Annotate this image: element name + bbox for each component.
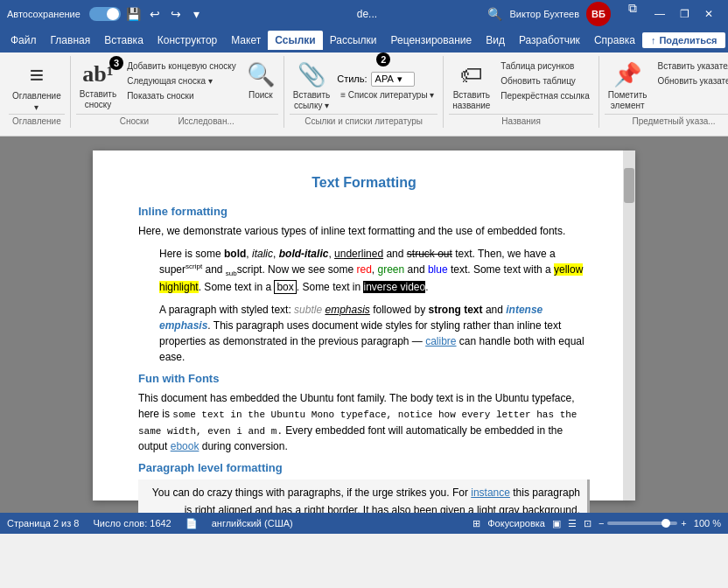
share-icon: ↑ bbox=[651, 35, 656, 46]
page-info: Страница 2 из 8 bbox=[7, 518, 79, 528]
document-scrollbar[interactable] bbox=[623, 150, 635, 500]
document-title: de... bbox=[247, 8, 486, 20]
menu-review[interactable]: Рецензирование bbox=[384, 31, 480, 50]
style-dropdown-icon: ▾ bbox=[397, 74, 402, 85]
text-red: red bbox=[356, 263, 371, 276]
ribbon-groups: ≡ Оглавление ▾ Оглавление ab¹ Вставитьсн… bbox=[4, 56, 724, 128]
search-button[interactable]: 🔍 Поиск bbox=[243, 60, 278, 102]
text-emphasis: emphasis bbox=[325, 304, 369, 316]
menu-bar: Файл Главная Вставка Конструктор Макет С… bbox=[0, 28, 728, 52]
para-styled: A paragraph with styled text: subtle emp… bbox=[159, 302, 590, 365]
save-icon[interactable]: 💾 bbox=[126, 6, 142, 22]
zoom-slider[interactable] bbox=[607, 522, 677, 525]
style-label: Стиль: bbox=[337, 74, 367, 84]
document-page[interactable]: Text Formatting Inline formatting Here, … bbox=[93, 150, 635, 500]
text-strikethrough: struck out bbox=[407, 248, 452, 260]
menu-mailings[interactable]: Рассылки bbox=[323, 31, 384, 50]
menu-help[interactable]: Справка bbox=[587, 31, 642, 50]
menu-home[interactable]: Главная bbox=[44, 31, 98, 50]
view-icon-2[interactable]: ☰ bbox=[568, 518, 577, 529]
text-ebook: ebook bbox=[171, 440, 200, 452]
text-subscript: sub bbox=[226, 270, 237, 277]
style-select[interactable]: APA ▾ bbox=[371, 72, 415, 87]
minimize-button[interactable]: — bbox=[648, 0, 672, 28]
insert-caption-button[interactable]: 🏷 Вставитьназвание bbox=[449, 60, 494, 113]
zoom-minus[interactable]: − bbox=[598, 518, 604, 528]
insert-citation-wrapper: 📎 Вставитьссылку ▾ bbox=[290, 60, 333, 113]
zoom-percent: 100 % bbox=[694, 518, 721, 528]
text-instance: instance bbox=[471, 486, 510, 499]
text-superscript: script bbox=[186, 262, 202, 270]
ribbon-group-captions: 🏷 Вставитьназвание Таблица рисунков Обно… bbox=[444, 56, 598, 128]
document-main-title: Text Formatting bbox=[138, 175, 590, 191]
menu-design[interactable]: Конструктор bbox=[150, 31, 224, 50]
text-blue: blue bbox=[428, 263, 448, 276]
window-controls: ⧉ — ❐ ✕ bbox=[625, 0, 721, 28]
caption-icon: 🏷 bbox=[460, 61, 483, 88]
text-italic: italic bbox=[252, 248, 273, 260]
ribbon-group-index: 📌 Пометитьэлемент Вставить указатель Обн… bbox=[599, 56, 728, 128]
insert-citation-button[interactable]: 📎 Вставитьссылку ▾ bbox=[290, 60, 333, 113]
text-bold: bold bbox=[224, 248, 246, 260]
close-button[interactable]: ✕ bbox=[696, 0, 721, 28]
show-notes-button[interactable]: Показать сноски bbox=[123, 89, 240, 102]
language-icon: 📄 bbox=[186, 518, 198, 529]
focus-mode-icon[interactable]: ⊞ bbox=[472, 518, 480, 529]
footnote-icon: ab¹ bbox=[82, 61, 113, 88]
ribbon-group-footnotes: ab¹ Вставитьсноску 3 Добавить концевую с… bbox=[71, 56, 284, 128]
search-big-icon: 🔍 bbox=[247, 61, 275, 88]
menu-view[interactable]: Вид bbox=[479, 31, 512, 50]
cross-reference-button[interactable]: Перекрёстная ссылка bbox=[497, 89, 592, 102]
section-paragraph: Paragraph level formatting bbox=[138, 461, 590, 474]
menu-file[interactable]: Файл bbox=[4, 31, 44, 50]
customize-icon[interactable]: ▾ bbox=[189, 6, 205, 22]
ribbon: ≡ Оглавление ▾ Оглавление ab¹ Вставитьсн… bbox=[0, 52, 728, 136]
scroll-thumb[interactable] bbox=[624, 168, 634, 203]
zoom-plus[interactable]: + bbox=[681, 518, 686, 528]
redo-icon[interactable]: ↪ bbox=[168, 6, 184, 22]
menu-references[interactable]: Ссылки bbox=[268, 31, 322, 50]
menu-insert[interactable]: Вставка bbox=[97, 31, 150, 50]
toggle-knob bbox=[107, 8, 119, 20]
group-label-citations: Ссылки и списки литературы bbox=[290, 114, 438, 126]
zoom-control[interactable]: − + bbox=[598, 518, 687, 528]
caption-side-buttons: Таблица рисунков Обновить таблицу Перекр… bbox=[497, 60, 592, 102]
para-fonts: This document has embedded the Ubuntu fo… bbox=[138, 390, 590, 454]
text-underlined: underlined bbox=[334, 248, 383, 260]
style-row: Стиль: APA ▾ bbox=[337, 72, 438, 87]
title-bar-left: Автосохранение 💾 ↩ ↪ ▾ bbox=[7, 6, 247, 22]
search-icon[interactable]: 🔍 bbox=[487, 6, 503, 22]
endnote-button[interactable]: Добавить концевую сноску bbox=[123, 60, 240, 73]
autosave-label: Автосохранение bbox=[7, 9, 80, 19]
status-bar: Страница 2 из 8 Число слов: 1642 📄 англи… bbox=[0, 513, 728, 534]
table-of-figures-button[interactable]: Таблица рисунков bbox=[497, 60, 592, 73]
insert-index-button[interactable]: Вставить указатель bbox=[654, 60, 728, 73]
layout-icon[interactable]: ⧉ bbox=[625, 0, 640, 16]
restore-button[interactable]: ❐ bbox=[672, 0, 696, 28]
view-icon-1[interactable]: ▣ bbox=[552, 518, 561, 529]
focus-label: Фокусировка bbox=[487, 518, 545, 528]
word-count: Число слов: 1642 bbox=[93, 518, 171, 528]
share-button[interactable]: ↑ Поделиться bbox=[642, 32, 726, 48]
bibliography-button[interactable]: ≡ Список литературы ▾ bbox=[337, 88, 438, 102]
next-footnote-button[interactable]: Следующая сноска ▾ bbox=[123, 74, 240, 88]
status-bar-right: ⊞ Фокусировка ▣ ☰ ⊡ − + 100 % bbox=[472, 518, 721, 529]
title-bar-icons: 💾 ↩ ↪ ▾ bbox=[126, 6, 205, 22]
undo-icon[interactable]: ↩ bbox=[147, 6, 163, 22]
toc-button[interactable]: ≡ Оглавление ▾ bbox=[9, 60, 65, 114]
autosave-toggle[interactable] bbox=[89, 7, 121, 21]
text-subtle: subtle bbox=[294, 304, 322, 316]
user-name: Виктор Бухтеев bbox=[510, 9, 579, 19]
section-inline: Inline formatting bbox=[138, 205, 590, 218]
view-icon-3[interactable]: ⊡ bbox=[584, 518, 592, 529]
mark-entry-button[interactable]: 📌 Пометитьэлемент bbox=[605, 60, 651, 113]
insert-footnote-wrapper: ab¹ Вставитьсноску 3 bbox=[76, 60, 120, 112]
update-table-button[interactable]: Обновить таблицу bbox=[497, 74, 592, 88]
menu-layout[interactable]: Макет bbox=[224, 31, 268, 50]
text-box: box bbox=[274, 280, 296, 294]
badge-3: 3 bbox=[109, 56, 123, 70]
menu-developer[interactable]: Разработчик bbox=[512, 31, 587, 50]
language-label: английский (США) bbox=[212, 518, 293, 528]
ribbon-group-toc: ≡ Оглавление ▾ Оглавление bbox=[4, 56, 71, 128]
update-index-button[interactable]: Обновить указатель bbox=[654, 74, 728, 88]
